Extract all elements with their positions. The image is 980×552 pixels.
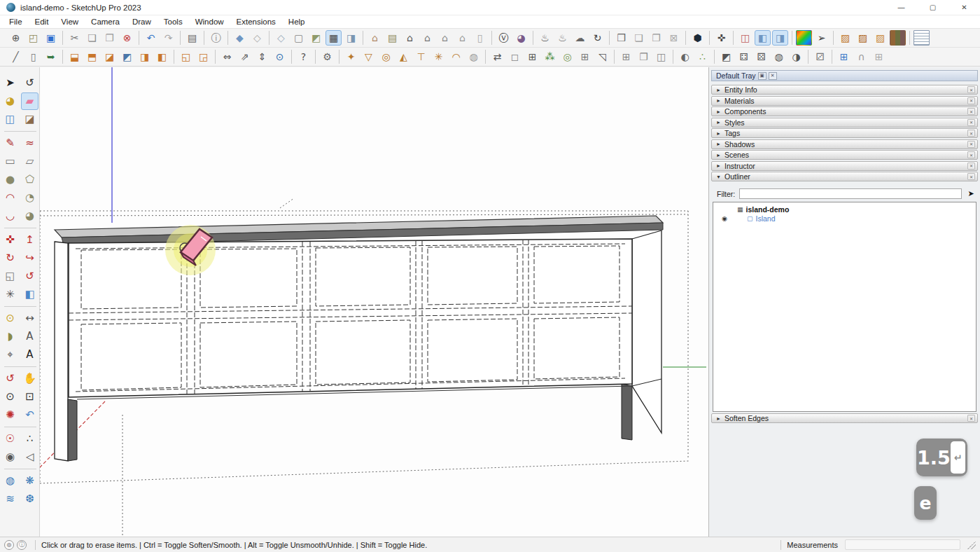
close-button[interactable]: ✕ xyxy=(948,0,980,15)
tray-title-bar[interactable]: Default Tray ▣ ✕ xyxy=(711,70,978,81)
delete-icon[interactable]: ⊗ xyxy=(119,30,135,46)
section-display-icon[interactable]: ◧ xyxy=(755,30,771,46)
tray-section-materials[interactable]: ►Materials✕ xyxy=(711,96,978,106)
protractor-icon[interactable]: ◗ xyxy=(1,328,19,345)
zoom-previous-icon[interactable]: ↶ xyxy=(21,406,38,424)
component-icon[interactable]: ◫ xyxy=(1,111,19,128)
vray-assets-icon[interactable]: ◕ xyxy=(513,30,529,46)
follow-curve-icon[interactable]: ➥ xyxy=(43,49,59,64)
tray-close-icon[interactable]: ✕ xyxy=(769,72,777,80)
polygon-icon[interactable]: ⬠ xyxy=(21,171,38,188)
section-close-icon[interactable]: ✕ xyxy=(967,97,975,104)
solid-union-icon[interactable]: ⬒ xyxy=(84,49,100,64)
window-blue-icon[interactable]: ⊞ xyxy=(836,49,852,64)
geolocation-icon[interactable]: ◍ xyxy=(4,540,14,550)
box-view-icon[interactable]: ▤ xyxy=(384,30,400,46)
menu-view[interactable]: View xyxy=(55,16,85,27)
paste-icon[interactable]: ❐ xyxy=(102,30,118,46)
axes-icon[interactable]: ✳ xyxy=(1,286,19,303)
face-style-a-icon[interactable]: ◱ xyxy=(178,49,194,64)
menu-help[interactable]: Help xyxy=(282,16,312,27)
axes-tool-icon[interactable]: ⌖ xyxy=(1,346,19,364)
menu-file[interactable]: File xyxy=(3,16,29,27)
model-info-icon[interactable]: ⓘ xyxy=(208,30,224,46)
tape-measure-icon[interactable]: ⊙ xyxy=(1,310,19,327)
texture-stairs-1-icon[interactable]: ▨ xyxy=(837,30,853,46)
resize-grip[interactable] xyxy=(967,541,976,549)
position-camera-icon[interactable]: ☉ xyxy=(1,430,19,448)
light-flash-icon[interactable]: ✦ xyxy=(343,49,359,64)
zoom-window-icon[interactable]: ⊡ xyxy=(21,388,38,406)
look-around-icon[interactable]: ◉ xyxy=(1,448,19,466)
menu-tools[interactable]: Tools xyxy=(158,16,189,27)
render-cloud-icon[interactable]: ☁ xyxy=(572,30,588,46)
help-icon[interactable]: ? xyxy=(295,49,312,64)
light-dome-icon[interactable]: ◠ xyxy=(448,49,464,64)
xray-style-icon[interactable]: ◇ xyxy=(273,30,289,46)
solid-split-icon[interactable]: ◧ xyxy=(154,49,170,64)
menu-edit[interactable]: Edit xyxy=(29,16,55,27)
weld-profile-icon[interactable]: ╱ xyxy=(8,49,24,64)
arc-3pt-icon[interactable]: ◡ xyxy=(1,207,19,225)
copy-icon[interactable]: ❏ xyxy=(84,30,100,46)
shaded-style-icon[interactable]: ◩ xyxy=(308,30,324,46)
tray-section-styles[interactable]: ►Styles✕ xyxy=(711,118,978,127)
light-spot-icon[interactable]: ▽ xyxy=(360,49,377,64)
tray-section-outliner[interactable]: ▼Outliner✕ xyxy=(711,172,978,181)
light-point-icon[interactable]: ✳ xyxy=(430,49,447,64)
grid-component-icon[interactable]: ⊞ xyxy=(577,49,593,64)
text-icon[interactable]: A xyxy=(21,328,38,345)
light-omni-icon[interactable]: ◎ xyxy=(378,49,394,64)
leaf-icon[interactable]: ◎ xyxy=(559,49,575,64)
cube-pick-icon[interactable]: ⚂ xyxy=(812,49,828,64)
redo-icon[interactable]: ↷ xyxy=(160,30,176,46)
soften-edges-c-icon[interactable]: ≋ xyxy=(1,490,19,508)
section-plane-icon[interactable]: ◫ xyxy=(737,30,753,46)
filter-funnel-icon[interactable]: ➤ xyxy=(965,188,976,199)
array-copy-icon[interactable]: ❐ xyxy=(636,49,652,64)
orbit-icon[interactable]: ↺ xyxy=(1,370,19,387)
render-history-icon[interactable]: ❐ xyxy=(648,30,664,46)
new-icon[interactable]: ⊕ xyxy=(8,30,24,46)
paint-bucket-icon[interactable]: ◕ xyxy=(1,92,19,110)
texture-dice-b-icon[interactable]: ⚄ xyxy=(753,49,769,64)
outliner-item-island-demo[interactable]: ▦island-demo xyxy=(713,205,976,214)
menu-window[interactable]: Window xyxy=(189,16,230,27)
pie-2-icon[interactable]: ◕ xyxy=(21,207,38,225)
texture-dice-a-icon[interactable]: ⚃ xyxy=(736,49,752,64)
walk-icon[interactable]: ∴ xyxy=(21,430,38,448)
cursor-select-icon[interactable]: ➢ xyxy=(813,30,830,46)
right-view-icon[interactable]: ▯ xyxy=(472,30,488,46)
zoom-icon[interactable]: ⊙ xyxy=(1,388,19,406)
tray-section-scenes[interactable]: ►Scenes✕ xyxy=(711,150,978,160)
render-update-icon[interactable]: ↻ xyxy=(589,30,606,46)
arrow-vertical-icon[interactable]: ⇕ xyxy=(254,49,270,64)
textured-style-icon[interactable]: ▦ xyxy=(326,30,342,46)
ghost-cube-icon[interactable]: ◇ xyxy=(249,30,265,46)
window-tool-icon[interactable]: ⊞ xyxy=(871,49,887,64)
profile-tool-icon[interactable]: ▯ xyxy=(25,49,41,64)
eraser-icon[interactable]: ▰ xyxy=(21,92,38,110)
material-swatches-icon[interactable] xyxy=(890,30,906,46)
cut-icon[interactable]: ✂ xyxy=(66,30,83,46)
vray-icon[interactable]: Ⓥ xyxy=(496,30,512,46)
select-icon[interactable]: ➤ xyxy=(1,74,19,92)
texture-stairs-2-icon[interactable]: ▨ xyxy=(855,30,871,46)
section-close-icon[interactable]: ✕ xyxy=(967,119,975,126)
section-close-icon[interactable]: ✕ xyxy=(967,415,975,422)
iso-view-icon[interactable]: ⌂ xyxy=(367,30,383,46)
arc-icon[interactable]: ◠ xyxy=(1,189,19,207)
texture-stairs-3-icon[interactable]: ▨ xyxy=(872,30,888,46)
scale-icon[interactable]: ◱ xyxy=(1,268,19,285)
section-close-icon[interactable]: ✕ xyxy=(967,130,975,137)
soften-edges-d-icon[interactable]: ❆ xyxy=(21,490,38,508)
component-box-icon[interactable]: ◻ xyxy=(507,49,523,64)
scatter-icon[interactable]: ∴ xyxy=(694,49,710,64)
tray-section-soften-edges[interactable]: ► Soften Edges ✕ xyxy=(711,413,978,423)
solid-trim-icon[interactable]: ◩ xyxy=(119,49,135,64)
section-close-icon[interactable]: ✕ xyxy=(967,86,975,93)
text-3d-icon[interactable]: A xyxy=(21,346,38,364)
section-close-icon[interactable]: ✕ xyxy=(967,141,975,148)
section-close-icon[interactable]: ✕ xyxy=(967,163,975,170)
window-arch-icon[interactable]: ∩ xyxy=(853,49,869,64)
